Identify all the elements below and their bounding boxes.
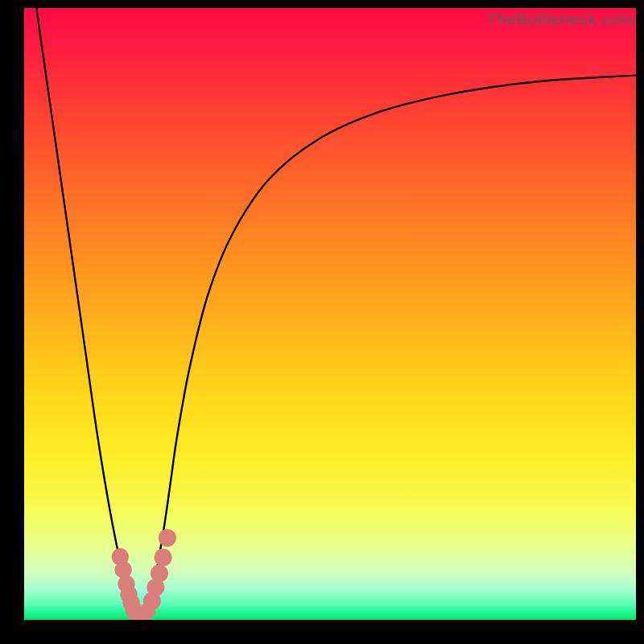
data-point — [159, 529, 176, 547]
chart-frame: TheBottleneck.com — [0, 0, 644, 644]
curve-layer — [24, 8, 636, 620]
plot-area — [24, 8, 636, 620]
data-markers — [112, 529, 176, 620]
data-point — [155, 548, 172, 566]
bottleneck-curve — [36, 8, 636, 617]
watermark-text: TheBottleneck.com — [487, 10, 634, 29]
data-point — [114, 561, 131, 578]
data-point — [151, 564, 168, 582]
